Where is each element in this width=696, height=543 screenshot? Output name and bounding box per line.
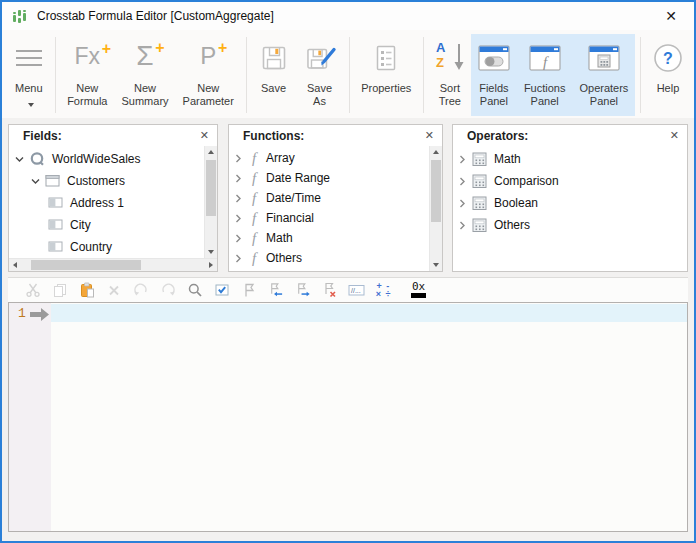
scroll-thumb[interactable] — [31, 260, 141, 270]
chevron-down-icon[interactable] — [14, 155, 24, 164]
fields-panel: Fields: ✕ WorldWideSales — [8, 124, 218, 272]
function-group-others[interactable]: f Others — [229, 248, 442, 268]
help-button[interactable]: ? Help — [646, 34, 690, 116]
fields-panel-close-icon[interactable]: ✕ — [198, 129, 211, 142]
menu-label: Menu — [15, 82, 43, 94]
save-as-button[interactable]: Save As — [296, 34, 344, 116]
fields-panel-label-1: Fields — [479, 82, 508, 95]
function-group-date-time[interactable]: f Date/Time — [229, 188, 442, 208]
new-formula-icon: Fx+ — [75, 36, 101, 80]
new-summary-label-1: New — [134, 82, 156, 95]
check-code-icon[interactable] — [213, 282, 230, 299]
comment-icon[interactable]: //... — [348, 282, 365, 299]
operator-group-math[interactable]: Math — [453, 148, 687, 170]
toolbar-separator — [246, 37, 247, 113]
chevron-right-icon[interactable] — [457, 199, 467, 208]
toolbar-separator — [349, 37, 350, 113]
fields-panel-toggle-button[interactable]: Fields Panel — [471, 34, 517, 116]
chevron-right-icon[interactable] — [457, 155, 467, 164]
save-label: Save — [261, 82, 286, 95]
chevron-right-icon[interactable] — [457, 177, 467, 186]
toolbar-separator — [423, 37, 424, 113]
scroll-up-icon[interactable] — [430, 146, 442, 159]
operators-panel-icon — [588, 36, 620, 80]
operators-panel-close-icon[interactable]: ✕ — [668, 129, 681, 142]
chevron-right-icon[interactable] — [233, 234, 243, 243]
menu-button[interactable]: Menu — [8, 34, 50, 116]
functions-panel-title: Functions: — [243, 129, 304, 143]
calculator-icon — [472, 152, 488, 167]
hamburger-icon — [16, 36, 42, 80]
window-close-icon[interactable]: ✕ — [658, 8, 684, 24]
save-button[interactable]: Save — [252, 34, 296, 116]
operations-icon[interactable]: + - × ÷ — [375, 282, 392, 299]
operaters-panel-label-1: Operaters — [579, 82, 628, 95]
plus-badge-icon: + — [102, 42, 111, 55]
undo-icon[interactable] — [132, 282, 149, 299]
function-group-array[interactable]: f Array — [229, 148, 442, 168]
functions-panel: Functions: ✕ f Array f Date Range f Date — [228, 124, 443, 272]
chevron-down-icon[interactable] — [30, 177, 40, 186]
chevron-right-icon[interactable] — [233, 214, 243, 223]
scroll-down-icon[interactable] — [430, 258, 442, 271]
svg-text:?: ? — [663, 50, 673, 67]
clear-bookmarks-icon[interactable] — [321, 282, 338, 299]
menu-caret-icon — [28, 103, 34, 110]
next-bookmark-icon[interactable] — [294, 282, 311, 299]
tree-item-column[interactable]: Country — [9, 236, 217, 258]
search-icon[interactable] — [186, 282, 203, 299]
function-group-financial[interactable]: f Financial — [229, 208, 442, 228]
scroll-down-icon[interactable] — [205, 245, 217, 258]
chevron-right-icon[interactable] — [457, 221, 467, 230]
scroll-up-icon[interactable] — [205, 146, 217, 159]
chevron-right-icon[interactable] — [233, 194, 243, 203]
operators-list: Math Comparison Boolean — [453, 146, 687, 271]
tree-item-column[interactable]: Address 1 — [9, 192, 217, 214]
copy-icon[interactable] — [51, 282, 68, 299]
current-line-arrow-icon — [30, 308, 50, 321]
panels-row: Fields: ✕ WorldWideSales — [2, 118, 694, 272]
fields-vertical-scrollbar[interactable] — [204, 146, 217, 258]
tree-item-customers[interactable]: Customers — [9, 170, 217, 192]
column-icon — [48, 241, 64, 253]
fuctions-panel-toggle-button[interactable]: f Fuctions Panel — [517, 34, 573, 116]
tree-item-worldwidesales[interactable]: WorldWideSales — [9, 148, 217, 170]
scroll-left-icon[interactable] — [9, 259, 22, 271]
operators-panel-title: Operators: — [467, 129, 528, 143]
functions-vertical-scrollbar[interactable] — [429, 146, 442, 271]
plus-badge-icon: + — [155, 41, 164, 54]
properties-button[interactable]: Properties — [354, 34, 418, 116]
fuctions-panel-label-2: Panel — [531, 95, 559, 108]
bookmark-flag-icon[interactable] — [240, 282, 257, 299]
previous-bookmark-icon[interactable] — [267, 282, 284, 299]
new-parameter-label-2: Parameter — [183, 95, 234, 108]
chevron-right-icon[interactable] — [233, 154, 243, 163]
operator-group-boolean[interactable]: Boolean — [453, 192, 687, 214]
functions-panel-close-icon[interactable]: ✕ — [423, 129, 436, 142]
tree-item-column[interactable]: City — [9, 214, 217, 236]
scroll-right-icon[interactable] — [204, 259, 217, 271]
scroll-thumb[interactable] — [206, 160, 216, 216]
operator-group-others[interactable]: Others — [453, 214, 687, 236]
delete-icon[interactable] — [105, 282, 122, 299]
new-summary-button[interactable]: Σ+ New Summary — [114, 34, 175, 116]
svg-text://...: //... — [351, 287, 361, 294]
new-parameter-button[interactable]: P+ New Parameter — [176, 34, 241, 116]
fields-horizontal-scrollbar[interactable] — [9, 258, 217, 271]
new-formula-button[interactable]: Fx+ New Formula — [60, 34, 114, 116]
chevron-right-icon[interactable] — [233, 254, 243, 263]
paste-icon[interactable] — [78, 282, 95, 299]
redo-icon[interactable] — [159, 282, 176, 299]
scroll-thumb[interactable] — [431, 160, 441, 222]
function-group-math[interactable]: f Math — [229, 228, 442, 248]
function-group-date-range[interactable]: f Date Range — [229, 168, 442, 188]
operaters-panel-toggle-button[interactable]: Operaters Panel — [572, 34, 635, 116]
sort-tree-button[interactable]: A Z Sort Tree — [429, 34, 471, 116]
hex-format-icon[interactable]: 0x — [410, 282, 427, 299]
chevron-right-icon[interactable] — [233, 174, 243, 183]
operator-group-comparison[interactable]: Comparison — [453, 170, 687, 192]
cut-icon[interactable] — [24, 282, 41, 299]
new-parameter-icon: P+ — [200, 36, 216, 80]
code-input-area[interactable] — [51, 303, 687, 531]
main-toolbar: Menu Fx+ New Formula Σ+ New Summary P+ N… — [2, 30, 694, 118]
